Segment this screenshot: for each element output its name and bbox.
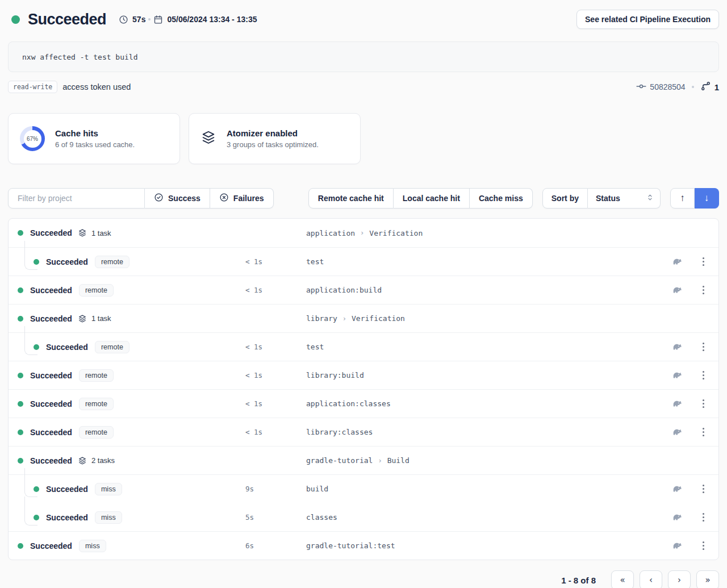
cache-hits-title: Cache hits — [55, 128, 135, 138]
kebab-menu-icon[interactable] — [703, 516, 704, 518]
status-dot — [18, 401, 23, 407]
calendar-icon — [153, 15, 163, 24]
cache-status-badge: remote — [79, 426, 114, 439]
gradle-icon[interactable] — [671, 483, 683, 495]
gradle-icon[interactable] — [671, 256, 683, 268]
task-count-label: 2 tasks — [91, 456, 115, 465]
cache-status-badge: remote — [79, 398, 114, 410]
filter-by-project-input[interactable] — [8, 188, 145, 208]
kebab-menu-icon[interactable] — [703, 403, 704, 404]
sort-status-select[interactable]: Status — [588, 188, 661, 208]
sort-direction-group: ↑ ↓ — [670, 188, 719, 208]
sort-descending-button[interactable]: ↓ — [695, 188, 719, 208]
cache-status-badge: remote — [95, 341, 129, 353]
see-related-ci-pipeline-button[interactable]: See related CI Pipeline Execution — [576, 10, 719, 29]
commit-id[interactable]: 50828504 — [650, 82, 685, 91]
task-name: library:classes › — [306, 428, 671, 436]
kebab-menu-icon[interactable] — [703, 545, 704, 547]
status-dot — [18, 429, 23, 435]
gradle-icon[interactable] — [671, 285, 683, 296]
cache-status-badge: miss — [79, 540, 106, 552]
task-row[interactable]: Succeeded 2 tasks gradle-tutorial › Buil… — [9, 446, 718, 474]
previous-page-button[interactable]: ‹ — [640, 570, 662, 588]
dot-separator — [692, 86, 694, 88]
success-filter-button[interactable]: Success — [145, 188, 210, 208]
dot-separator — [148, 18, 151, 20]
atomizer-subtitle: 3 groups of tasks optimized. — [227, 140, 319, 149]
sort-by-label: Sort by — [542, 188, 588, 208]
layers-icon — [200, 130, 216, 148]
task-row[interactable]: Succeeded remote < 1s library:classes › — [9, 418, 718, 446]
cache-status-badge: miss — [95, 483, 122, 495]
local-cache-hit-button[interactable]: Local cache hit — [394, 188, 470, 208]
cache-hits-card: 67% Cache hits 6 of 9 tasks used cache. — [8, 113, 180, 164]
row-status-label: Succeeded — [30, 286, 72, 295]
gradle-icon[interactable] — [671, 427, 683, 438]
status-dot — [18, 458, 23, 464]
gradle-icon[interactable] — [671, 370, 683, 381]
kebab-menu-icon[interactable] — [703, 374, 704, 376]
task-row[interactable]: Succeeded remote < 1s library:build › — [9, 361, 718, 389]
status-dot — [18, 316, 23, 322]
gradle-icon[interactable] — [671, 512, 683, 523]
sort-group: Sort by Status — [542, 188, 661, 208]
row-status-label: Succeeded — [30, 428, 72, 437]
kebab-menu-icon[interactable] — [703, 346, 704, 348]
task-row[interactable]: Succeeded 1 task library › Verification — [9, 304, 718, 332]
last-page-button[interactable]: » — [696, 570, 719, 588]
arrow-up-icon: ↑ — [680, 193, 685, 204]
kebab-menu-icon[interactable] — [703, 289, 704, 291]
gradle-icon[interactable] — [671, 341, 683, 353]
task-name-text: test — [306, 257, 324, 266]
task-duration: < 1s — [245, 343, 306, 351]
task-row[interactable]: Succeeded miss 5s classes › — [9, 503, 718, 531]
status-dot — [34, 486, 39, 492]
status-dot — [34, 259, 39, 265]
remote-cache-hit-button[interactable]: Remote cache hit — [308, 188, 394, 208]
check-circle-icon — [154, 193, 164, 204]
task-row[interactable]: Succeeded remote < 1s test › — [9, 332, 718, 361]
failures-filter-button[interactable]: Failures — [210, 188, 274, 208]
sort-ascending-button[interactable]: ↑ — [670, 188, 695, 208]
task-row[interactable]: Succeeded remote < 1s test › — [9, 247, 718, 276]
task-name-text: gradle-tutorial — [306, 456, 373, 465]
task-row[interactable]: Succeeded miss 9s build › — [9, 474, 718, 503]
task-name: build › — [306, 485, 671, 493]
first-page-button[interactable]: « — [611, 570, 634, 588]
failures-filter-label: Failures — [233, 194, 264, 203]
task-duration: < 1s — [245, 286, 306, 294]
task-name: library:build › — [306, 371, 671, 380]
row-status-label: Succeeded — [30, 399, 72, 408]
cache-filter-group: Remote cache hit Local cache hit Cache m… — [308, 188, 533, 208]
gradle-icon[interactable] — [671, 540, 683, 552]
task-row[interactable]: Succeeded 1 task application › Verificat… — [9, 219, 718, 247]
kebab-menu-icon[interactable] — [703, 488, 704, 490]
sort-value: Status — [596, 194, 620, 203]
gradle-icon[interactable] — [671, 398, 683, 410]
task-target-text: Verification — [352, 314, 405, 323]
task-target-text: Verification — [369, 229, 423, 237]
task-name-text: classes — [306, 513, 337, 522]
task-row[interactable]: Succeeded remote < 1s application:classe… — [9, 389, 718, 418]
kebab-menu-icon[interactable] — [703, 261, 704, 262]
task-duration: 5s — [245, 513, 306, 522]
cache-miss-button[interactable]: Cache miss — [470, 188, 533, 208]
task-row[interactable]: Succeeded miss 6s gradle-tutorial:test › — [9, 531, 718, 560]
page-title: Succeeded — [28, 11, 106, 28]
task-name: application:classes › — [306, 399, 671, 408]
success-filter-label: Success — [168, 194, 200, 203]
pagination-label: 1 - 8 of 8 — [561, 576, 596, 585]
row-status-label: Succeeded — [46, 343, 88, 352]
branch-count: 1 — [715, 82, 719, 92]
task-list: Succeeded 1 task application › Verificat… — [8, 218, 719, 560]
task-name: gradle-tutorial › Build — [306, 456, 671, 465]
chevron-up-down-icon — [646, 193, 654, 203]
task-name-text: build — [306, 485, 328, 493]
task-duration: < 1s — [245, 257, 306, 266]
chevron-right-icon: › — [342, 315, 346, 323]
task-name: application › Verification — [306, 229, 671, 237]
next-page-button[interactable]: › — [668, 570, 691, 588]
kebab-menu-icon[interactable] — [703, 431, 704, 433]
task-row[interactable]: Succeeded remote < 1s application:build … — [9, 276, 718, 304]
cache-status-badge: remote — [95, 256, 129, 268]
